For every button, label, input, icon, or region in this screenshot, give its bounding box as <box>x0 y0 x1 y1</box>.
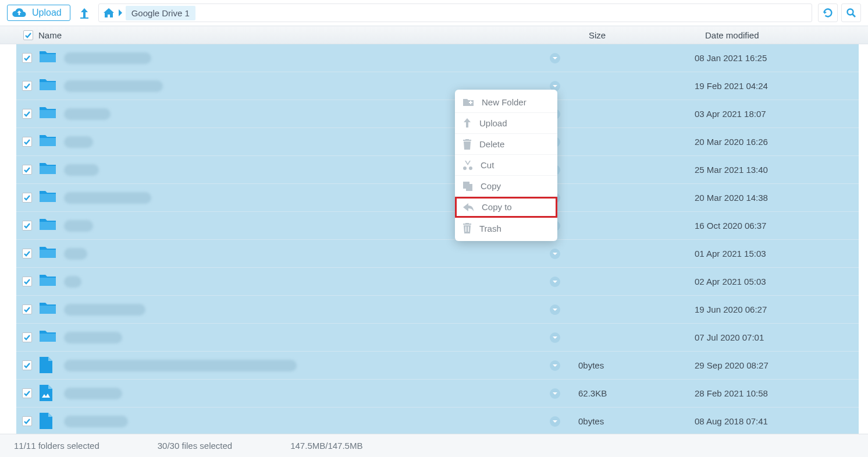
table-row[interactable]: 19 Feb 2021 04:24 <box>16 72 859 100</box>
table-row[interactable]: 02 Apr 2021 05:03 <box>16 268 859 296</box>
chevron-right-icon <box>118 8 123 18</box>
svg-rect-6 <box>466 184 472 191</box>
row-action-cell <box>532 304 578 315</box>
table-row[interactable]: 25 Mar 2021 13:40 <box>16 156 859 184</box>
row-checkbox[interactable] <box>22 109 32 119</box>
row-date: 19 Jun 2020 06:27 <box>695 304 859 314</box>
table-row[interactable]: 01 Apr 2021 15:03 <box>16 240 859 268</box>
table-row[interactable]: 20 Mar 2020 14:38 <box>16 184 859 212</box>
up-level-button[interactable] <box>76 5 93 21</box>
row-checkbox[interactable] <box>22 221 32 231</box>
folder-icon <box>40 133 57 151</box>
row-action-cell <box>532 360 578 371</box>
row-date: 19 Feb 2021 04:24 <box>695 81 859 91</box>
row-date: 07 Jul 2020 07:01 <box>695 332 859 342</box>
menu-new-folder[interactable]: New Folder <box>455 92 557 113</box>
row-name-blurred <box>64 220 93 232</box>
table-row[interactable]: 19 Jun 2020 06:27 <box>16 296 859 324</box>
row-checkbox-cell <box>16 165 37 175</box>
row-checkbox[interactable] <box>22 81 32 91</box>
row-checkbox[interactable] <box>22 137 32 147</box>
row-action-cell <box>532 53 578 63</box>
row-date: 20 Mar 2020 16:26 <box>695 137 859 147</box>
svg-rect-8 <box>468 226 469 232</box>
trash-icon <box>463 223 471 233</box>
row-name-blurred <box>64 80 163 92</box>
status-bar: 11/11 folders selected 30/30 files selec… <box>0 434 868 457</box>
row-name-cell <box>37 329 532 346</box>
cloud-upload-icon <box>12 8 26 18</box>
menu-copy-to[interactable]: Copy to <box>455 197 557 218</box>
toolbar: Upload Google Drive 1 <box>0 0 868 26</box>
table-row[interactable]: 08 Jan 2021 16:25 <box>16 44 859 72</box>
table-row[interactable]: 03 Apr 2021 18:07 <box>16 100 859 128</box>
col-date-header[interactable]: Date modified <box>705 30 868 40</box>
header-checkbox-cell <box>17 30 38 40</box>
menu-trash[interactable]: Trash <box>455 218 557 239</box>
col-name-header[interactable]: Name <box>38 30 589 40</box>
row-dropdown-button[interactable] <box>550 416 560 427</box>
up-arrow-icon <box>79 7 90 19</box>
row-dropdown-button[interactable] <box>550 277 560 287</box>
row-checkbox[interactable] <box>22 249 32 258</box>
menu-delete[interactable]: Delete <box>455 134 557 155</box>
table-row[interactable]: 0bytes08 Aug 2018 07:41 <box>16 408 859 435</box>
col-size-header[interactable]: Size <box>589 30 705 40</box>
row-checkbox[interactable] <box>22 388 32 398</box>
row-dropdown-button[interactable] <box>550 332 560 343</box>
table-row[interactable]: 20 Mar 2020 16:26 <box>16 128 859 156</box>
menu-cut[interactable]: Cut <box>455 155 557 176</box>
image-icon <box>40 385 57 402</box>
toolbar-right <box>818 3 861 22</box>
search-button[interactable] <box>841 3 861 22</box>
row-checkbox[interactable] <box>22 416 32 426</box>
menu-label: Cut <box>481 160 494 170</box>
folder-icon <box>40 77 57 95</box>
table-row[interactable]: 62.3KB28 Feb 2021 10:58 <box>16 380 859 408</box>
row-checkbox[interactable] <box>22 277 32 286</box>
copy-icon <box>463 182 472 191</box>
row-checkbox-cell <box>16 416 37 426</box>
row-name-blurred <box>64 304 145 316</box>
row-dropdown-button[interactable] <box>550 304 560 315</box>
row-size: 62.3KB <box>578 388 695 398</box>
file-list[interactable]: 08 Jan 2021 16:2519 Feb 2021 04:2403 Apr… <box>0 44 868 449</box>
row-checkbox[interactable] <box>22 360 32 370</box>
svg-rect-7 <box>465 226 467 232</box>
table-row[interactable]: 07 Jul 2020 07:01 <box>16 324 859 352</box>
row-checkbox-cell <box>16 137 37 147</box>
row-checkbox[interactable] <box>22 193 32 203</box>
upload-button-label: Upload <box>32 8 62 18</box>
menu-upload[interactable]: Upload <box>455 113 557 134</box>
row-dropdown-button[interactable] <box>550 53 560 63</box>
row-dropdown-button[interactable] <box>550 360 560 371</box>
breadcrumb-item[interactable]: Google Drive 1 <box>126 6 195 20</box>
table-row[interactable]: 0bytes29 Sep 2020 08:27 <box>16 352 859 380</box>
row-dropdown-button[interactable] <box>550 388 560 399</box>
menu-label: Trash <box>479 224 501 233</box>
row-date: 28 Feb 2021 10:58 <box>695 388 859 398</box>
row-dropdown-button[interactable] <box>550 249 560 259</box>
row-checkbox[interactable] <box>22 165 32 175</box>
table-row[interactable]: 16 Oct 2020 06:37 <box>16 212 859 240</box>
row-checkbox[interactable] <box>22 332 32 342</box>
row-checkbox[interactable] <box>22 304 32 314</box>
row-date: 08 Aug 2018 07:41 <box>695 416 859 426</box>
menu-copy[interactable]: Copy <box>455 176 557 197</box>
row-name-cell <box>37 357 532 374</box>
row-checkbox-cell <box>16 221 37 231</box>
row-date: 03 Apr 2021 18:07 <box>695 109 859 119</box>
refresh-button[interactable] <box>818 3 838 22</box>
select-all-checkbox[interactable] <box>23 30 33 40</box>
row-date: 16 Oct 2020 06:37 <box>695 221 859 231</box>
home-button[interactable] <box>102 5 115 21</box>
upload-button[interactable]: Upload <box>7 5 70 21</box>
file-icon <box>40 413 57 430</box>
menu-label: Upload <box>479 118 507 128</box>
row-checkbox-cell <box>16 193 37 203</box>
breadcrumb-bar: Google Drive 1 <box>98 3 812 22</box>
copy-to-icon <box>463 203 474 211</box>
folder-icon <box>40 189 57 207</box>
row-checkbox[interactable] <box>22 53 32 63</box>
folder-icon <box>40 161 57 179</box>
